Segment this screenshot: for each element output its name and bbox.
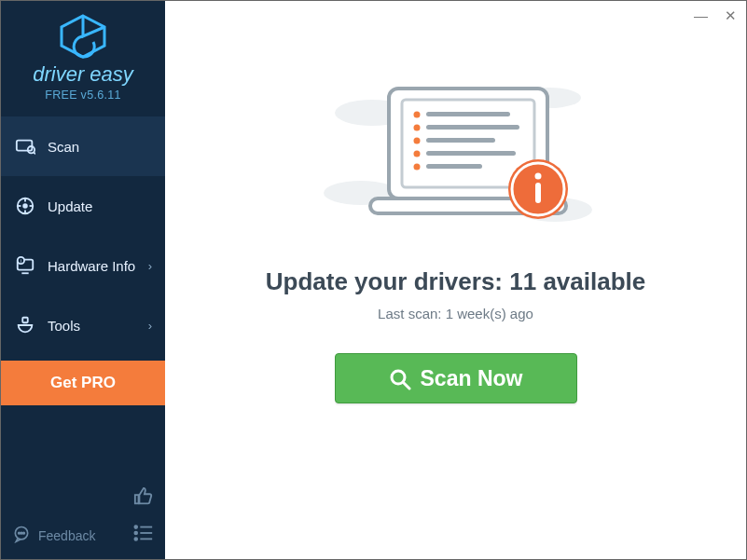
svg-line-3 — [34, 152, 35, 154]
feedback-button[interactable]: Feedback — [12, 525, 95, 546]
svg-point-16 — [19, 532, 21, 534]
thumbs-up-icon[interactable] — [133, 486, 154, 511]
tools-icon — [14, 315, 36, 335]
svg-rect-37 — [426, 138, 495, 143]
svg-point-20 — [134, 526, 137, 528]
svg-point-17 — [21, 532, 22, 534]
svg-rect-47 — [535, 183, 541, 203]
list-menu-icon[interactable] — [133, 524, 154, 546]
main-content: — ✕ — [165, 1, 746, 559]
svg-point-38 — [413, 151, 420, 157]
svg-rect-33 — [426, 112, 510, 116]
scan-icon — [14, 136, 36, 157]
sidebar-item-label: Scan — [48, 139, 79, 155]
headline-text: Update your drivers: 11 available — [266, 267, 646, 296]
svg-point-34 — [413, 125, 420, 131]
magnifier-icon — [389, 368, 409, 389]
version-label: FREE v5.6.11 — [1, 89, 165, 102]
sidebar-item-scan[interactable]: Scan — [1, 116, 165, 176]
update-icon — [14, 196, 36, 216]
scan-now-button[interactable]: Scan Now — [335, 353, 577, 403]
sidebar-footer: Feedback — [1, 477, 165, 559]
svg-point-48 — [392, 371, 405, 384]
laptop-illustration — [316, 70, 596, 247]
sidebar-item-hardware-info[interactable]: i Hardware Info › — [1, 236, 165, 295]
hardware-info-icon: i — [14, 255, 36, 276]
brand-block: driver easy FREE v5.6.11 — [1, 1, 165, 109]
svg-line-49 — [404, 383, 409, 389]
svg-point-5 — [23, 204, 27, 208]
logo-icon — [1, 14, 165, 59]
sidebar-item-tools[interactable]: Tools › — [1, 295, 165, 355]
svg-point-36 — [413, 138, 420, 144]
sidebar-item-label: Hardware Info — [48, 258, 135, 274]
get-pro-button[interactable]: Get PRO — [1, 361, 165, 405]
window-controls: — ✕ — [694, 8, 737, 22]
svg-rect-1 — [17, 141, 33, 151]
svg-point-18 — [23, 532, 25, 534]
svg-point-24 — [134, 538, 137, 540]
svg-point-40 — [413, 164, 420, 171]
svg-rect-35 — [426, 125, 519, 130]
chevron-right-icon: › — [148, 259, 152, 273]
sidebar: driver easy FREE v5.6.11 Scan — [1, 1, 165, 559]
sidebar-item-label: Tools — [48, 318, 80, 334]
minimize-button[interactable]: — — [694, 8, 708, 22]
svg-point-22 — [134, 532, 137, 535]
svg-point-46 — [534, 173, 541, 180]
speech-bubble-icon — [12, 525, 31, 546]
svg-rect-41 — [426, 164, 482, 169]
svg-rect-14 — [22, 318, 28, 323]
sidebar-nav: Scan Update i — [1, 116, 165, 355]
svg-point-32 — [413, 112, 420, 118]
svg-rect-39 — [426, 151, 516, 156]
svg-text:i: i — [21, 258, 21, 264]
close-button[interactable]: ✕ — [725, 8, 737, 22]
feedback-label: Feedback — [38, 528, 95, 543]
scan-now-label: Scan Now — [421, 366, 523, 391]
svg-rect-19 — [135, 495, 139, 503]
sidebar-item-label: Update — [48, 198, 92, 214]
sidebar-item-update[interactable]: Update — [1, 176, 165, 236]
last-scan-text: Last scan: 1 week(s) ago — [378, 306, 533, 321]
brand-wordmark: driver easy — [1, 62, 165, 87]
chevron-right-icon: › — [148, 319, 152, 333]
